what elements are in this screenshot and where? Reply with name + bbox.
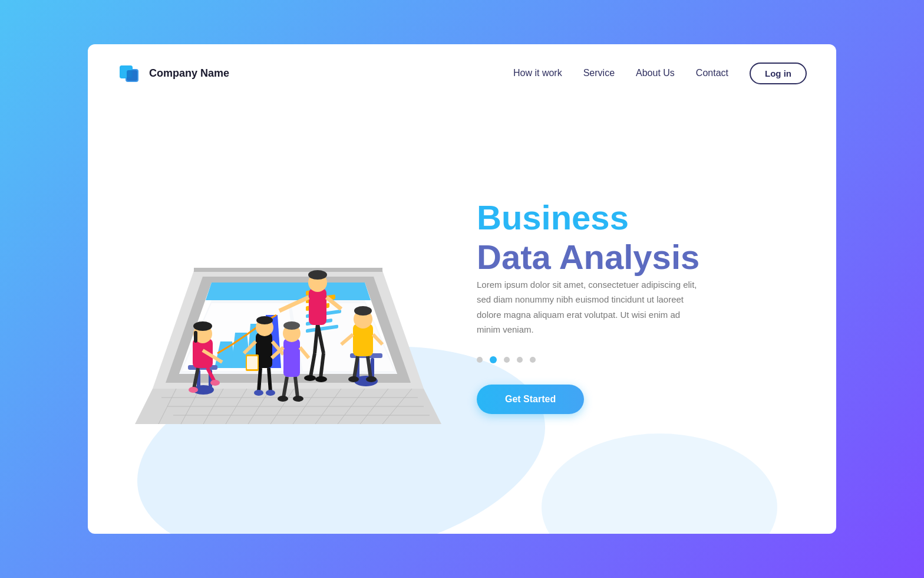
svg-line-67	[259, 368, 260, 392]
main-content: Business Data Analysis Lorem ipsum dolor…	[88, 102, 836, 534]
svg-rect-4	[127, 70, 137, 81]
svg-point-79	[293, 396, 303, 402]
illustration-area	[88, 102, 453, 534]
logo-icon	[117, 61, 142, 86]
page-card: Company Name How it work Service About U…	[88, 44, 836, 534]
pagination-dots	[477, 356, 801, 363]
svg-point-78	[278, 396, 288, 402]
svg-rect-86	[353, 324, 373, 356]
svg-rect-44	[309, 288, 326, 325]
svg-point-92	[366, 376, 377, 382]
svg-point-42	[304, 375, 316, 381]
nav-link-how-it-work[interactable]: How it work	[513, 68, 562, 78]
svg-point-88	[354, 306, 372, 316]
nav-link-contact[interactable]: Contact	[696, 68, 728, 78]
dot-1[interactable]	[490, 356, 497, 363]
dot-3[interactable]	[517, 357, 523, 363]
dot-2[interactable]	[504, 357, 510, 363]
dot-4[interactable]	[530, 357, 536, 363]
svg-point-43	[315, 376, 327, 382]
svg-rect-72	[247, 356, 258, 369]
svg-rect-56	[194, 331, 197, 343]
svg-point-64	[256, 316, 273, 324]
login-button[interactable]: Log in	[750, 63, 807, 84]
nav-link-service[interactable]: Service	[583, 68, 615, 78]
nav-area: How it work Service About Us Contact Log…	[513, 63, 807, 84]
hero-description: Lorem ipsum dolor sit amet, consectetuer…	[477, 277, 701, 337]
svg-marker-37	[194, 268, 382, 272]
header: Company Name How it work Service About U…	[88, 44, 836, 102]
svg-rect-73	[283, 339, 300, 377]
svg-line-68	[269, 368, 270, 392]
svg-point-59	[189, 387, 198, 393]
logo-area: Company Name	[117, 61, 229, 86]
svg-point-60	[210, 380, 220, 386]
hero-title-line1: Business Data Analysis	[477, 198, 801, 277]
dot-0[interactable]	[477, 357, 483, 363]
svg-point-75	[283, 321, 300, 330]
svg-marker-8	[206, 283, 371, 300]
nav-link-about-us[interactable]: About Us	[636, 68, 675, 78]
text-area: Business Data Analysis Lorem ipsum dolor…	[453, 102, 836, 534]
svg-point-46	[308, 270, 327, 280]
company-name-label: Company Name	[149, 67, 229, 80]
get-started-button[interactable]: Get Started	[477, 385, 584, 414]
svg-point-70	[266, 390, 275, 396]
svg-point-69	[254, 390, 263, 396]
svg-point-55	[193, 321, 212, 331]
hero-illustration	[100, 165, 441, 471]
svg-point-91	[348, 376, 359, 382]
svg-line-77	[295, 377, 298, 398]
